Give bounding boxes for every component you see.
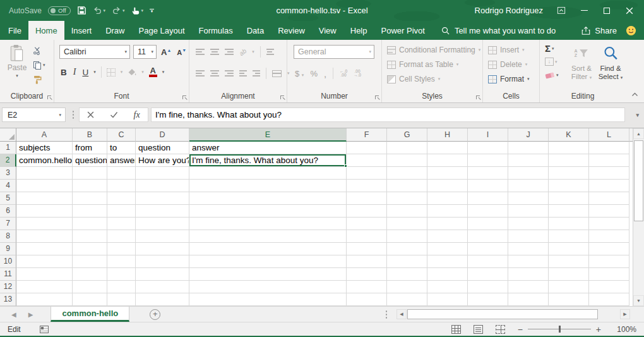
clear-button[interactable]: ▾ (545, 70, 559, 80)
cell-C1[interactable]: to (107, 142, 136, 154)
cell-J12[interactable] (508, 281, 549, 293)
page-layout-view-button[interactable] (474, 325, 483, 334)
scroll-right-arrow[interactable]: ▶ (620, 309, 630, 319)
cell-E13[interactable] (189, 293, 347, 306)
cell-G5[interactable] (387, 192, 427, 205)
collapse-ribbon-button[interactable] (631, 89, 638, 99)
cell-J1[interactable] (508, 142, 549, 154)
cell-B5[interactable] (73, 192, 107, 205)
cell-styles-button[interactable]: Cell Styles ▾ (387, 74, 482, 84)
cell-J2[interactable] (508, 154, 549, 167)
copy-button[interactable]: ▾ (33, 60, 45, 70)
cell-C11[interactable] (107, 268, 136, 281)
cell-A6[interactable] (16, 205, 73, 218)
cell-D5[interactable] (136, 192, 189, 205)
column-header-K[interactable]: K (549, 128, 589, 142)
formula-bar-resize-handle[interactable] (72, 110, 75, 120)
column-header-A[interactable]: A (16, 128, 73, 142)
italic-button[interactable]: I (72, 67, 78, 77)
clipboard-dialog-launcher[interactable] (47, 95, 52, 100)
cell-B13[interactable] (73, 293, 107, 306)
cell-G7[interactable] (387, 218, 427, 230)
row-header-8[interactable]: 8 (0, 230, 16, 243)
cell-K13[interactable] (549, 293, 589, 306)
cell-I4[interactable] (468, 180, 508, 192)
cell-C3[interactable] (107, 167, 136, 180)
cell-A7[interactable] (16, 218, 73, 230)
scroll-left-arrow[interactable]: ◀ (397, 309, 407, 319)
cancel-button[interactable] (87, 111, 94, 118)
increase-indent-button[interactable] (253, 70, 260, 77)
ribbon-display-options-button[interactable] (557, 6, 566, 15)
cell-H10[interactable] (427, 255, 468, 268)
cell-C10[interactable] (107, 255, 136, 268)
increase-decimal-button[interactable]: ←.0.00 (340, 70, 347, 77)
zoom-in-button[interactable]: + (596, 326, 601, 333)
find-select-button[interactable]: Find &Select ▾ (597, 44, 624, 82)
cell-K12[interactable] (549, 281, 589, 293)
horizontal-scrollbar[interactable]: ◀ ▶ (385, 307, 644, 322)
insert-cells-button[interactable]: Insert ▾ (488, 45, 539, 55)
cell-A1[interactable]: subjects (16, 142, 73, 154)
cell-H3[interactable] (427, 167, 468, 180)
column-header-D[interactable]: D (136, 128, 189, 142)
row-header-4[interactable]: 4 (0, 180, 16, 192)
cell-G6[interactable] (387, 205, 427, 218)
row-header-9[interactable]: 9 (0, 243, 16, 255)
cell-E5[interactable] (189, 192, 347, 205)
tab-formulas[interactable]: Formulas (192, 21, 240, 40)
scroll-down-arrow[interactable]: ▼ (633, 295, 644, 306)
autosum-button[interactable]: Σ▾ (545, 44, 559, 53)
bold-button[interactable]: B (61, 68, 67, 77)
expand-formula-bar-icon[interactable]: ▾ (636, 112, 639, 118)
horizontal-scroll-track[interactable] (407, 309, 620, 319)
cell-G4[interactable] (387, 180, 427, 192)
font-color-dropdown-icon[interactable]: ▾ (162, 70, 165, 75)
zoom-out-button[interactable]: − (518, 326, 523, 333)
cell-K11[interactable] (549, 268, 589, 281)
number-dialog-launcher[interactable] (374, 95, 379, 100)
cell-E10[interactable] (189, 255, 347, 268)
cell-C12[interactable] (107, 281, 136, 293)
cell-C2[interactable]: answer (107, 154, 136, 167)
cell-F5[interactable] (347, 192, 387, 205)
cell-E9[interactable] (189, 243, 347, 255)
comma-button[interactable]: , (324, 68, 326, 79)
cell-G8[interactable] (387, 230, 427, 243)
cell-B4[interactable] (73, 180, 107, 192)
cell-C5[interactable] (107, 192, 136, 205)
row-header-6[interactable]: 6 (0, 205, 16, 218)
sort-filter-button[interactable]: AZ Sort &Filter ▾ (568, 44, 595, 82)
cell-A9[interactable] (16, 243, 73, 255)
name-box[interactable]: E2 ▾ (2, 107, 66, 122)
minimize-button[interactable] (580, 6, 588, 15)
cell-A5[interactable] (16, 192, 73, 205)
column-header-F[interactable]: F (347, 128, 387, 142)
cell-J4[interactable] (508, 180, 549, 192)
cell-H11[interactable] (427, 268, 468, 281)
cell-K4[interactable] (549, 180, 589, 192)
tell-me-search[interactable]: Tell me what you want to do (441, 21, 556, 40)
horizontal-scroll-thumb[interactable] (407, 309, 598, 319)
cell-D8[interactable] (136, 230, 189, 243)
number-format-select[interactable]: General ▾ (294, 45, 374, 59)
cell-L1[interactable] (589, 142, 629, 154)
cell-I1[interactable] (468, 142, 508, 154)
font-size-select[interactable]: 11 ▾ (133, 45, 157, 59)
cell-I10[interactable] (468, 255, 508, 268)
cell-A10[interactable] (16, 255, 73, 268)
cell-K7[interactable] (549, 218, 589, 230)
feedback-smiley-button[interactable] (626, 25, 636, 36)
cell-E4[interactable] (189, 180, 347, 192)
user-name[interactable]: Rodrigo Rodriguez (475, 6, 543, 15)
tab-help[interactable]: Help (343, 21, 374, 40)
tab-page-layout[interactable]: Page Layout (132, 21, 192, 40)
scroll-up-arrow[interactable]: ▲ (633, 128, 644, 139)
cell-E8[interactable] (189, 230, 347, 243)
new-sheet-button[interactable]: + (150, 309, 160, 320)
zoom-slider-thumb[interactable] (559, 326, 561, 333)
fill-color-dropdown-icon[interactable]: ▾ (141, 70, 144, 75)
maximize-button[interactable] (602, 6, 611, 15)
cell-A2[interactable]: common.hello (16, 154, 73, 167)
cell-F8[interactable] (347, 230, 387, 243)
